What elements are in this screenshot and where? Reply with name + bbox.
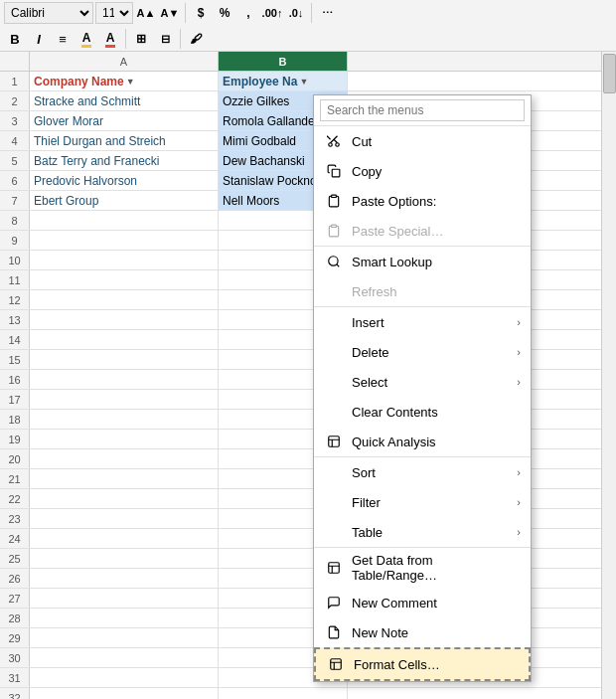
menu-item-format-cells[interactable]: Format Cells… xyxy=(314,647,531,681)
menu-arrow-select: › xyxy=(517,376,521,388)
cell-8-a[interactable] xyxy=(30,211,219,230)
menu-label-smart-lookup: Smart Lookup xyxy=(352,255,521,269)
menu-item-get-data[interactable]: Get Data from Table/Range… xyxy=(314,547,531,588)
decrease-font-btn[interactable]: A▼ xyxy=(159,2,181,24)
cell-25-a[interactable] xyxy=(30,549,219,568)
menu-item-new-note[interactable]: New Note xyxy=(314,617,531,647)
cell-9-a[interactable] xyxy=(30,231,219,250)
menu-item-delete[interactable]: Delete › xyxy=(314,337,531,367)
menu-icon-format-cells xyxy=(326,654,346,674)
cell-1-b[interactable]: Employee Na ▼ xyxy=(219,72,348,90)
menu-item-filter[interactable]: Filter › xyxy=(314,487,531,517)
cell-21-a[interactable] xyxy=(30,469,219,488)
menu-item-quick-analysis[interactable]: Quick Analysis xyxy=(314,427,531,456)
menu-arrow-insert: › xyxy=(517,316,521,328)
menu-item-select[interactable]: Select › xyxy=(314,367,531,397)
svg-line-10 xyxy=(337,264,340,267)
cell-23-a[interactable] xyxy=(30,509,219,528)
menu-label-delete: Delete xyxy=(352,345,517,360)
cell-32-b[interactable] xyxy=(219,688,348,699)
cell-15-a[interactable] xyxy=(30,350,219,369)
align-btn[interactable]: ≡ xyxy=(52,28,74,50)
menu-label-select: Select xyxy=(352,375,517,390)
menu-item-new-comment[interactable]: New Comment xyxy=(314,588,531,617)
cell-7-a[interactable]: Ebert Group xyxy=(30,191,219,210)
menu-icon-paste-special xyxy=(324,221,344,241)
cell-5-a[interactable]: Batz Terry and Franecki xyxy=(30,151,219,170)
cell-4-a[interactable]: Thiel Durgan and Streich xyxy=(30,131,219,150)
cell-20-a[interactable] xyxy=(30,449,219,468)
svg-rect-11 xyxy=(329,437,340,447)
cell-17-a[interactable] xyxy=(30,390,219,409)
percent-btn[interactable]: % xyxy=(214,2,235,24)
menu-icon-quick-analysis xyxy=(324,432,344,451)
filter-btn-a[interactable]: ▼ xyxy=(126,77,135,87)
menu-label-paste-options: Paste Options: xyxy=(352,194,521,209)
cell-10-a[interactable] xyxy=(30,251,219,269)
menu-item-copy[interactable]: Copy xyxy=(314,156,531,186)
cell-6-a[interactable]: Predovic Halvorson xyxy=(30,171,219,190)
comma-btn[interactable]: , xyxy=(237,2,259,24)
cell-19-a[interactable] xyxy=(30,430,219,448)
highlight-btn[interactable]: A xyxy=(76,28,97,50)
header-data-row: 1 Company Name ▼ Employee Na ▼ xyxy=(0,72,616,91)
cell-3-a[interactable]: Glover Morar xyxy=(30,111,219,130)
menu-arrow-table: › xyxy=(517,526,521,538)
menu-item-sort[interactable]: Sort › xyxy=(314,456,531,487)
cell-29-a[interactable] xyxy=(30,628,219,647)
svg-point-9 xyxy=(329,257,338,265)
cell-30-a[interactable] xyxy=(30,648,219,667)
menu-label-format-cells: Format Cells… xyxy=(354,657,519,672)
row-num-19: 19 xyxy=(0,430,30,448)
menu-label-clear-contents: Clear Contents xyxy=(352,405,521,420)
menu-item-paste-options[interactable]: Paste Options: xyxy=(314,186,531,216)
menu-item-insert[interactable]: Insert › xyxy=(314,306,531,337)
scrollbar-thumb[interactable] xyxy=(603,54,616,93)
cell-14-a[interactable] xyxy=(30,330,219,349)
row-num-17: 17 xyxy=(0,390,30,409)
merge-btn[interactable]: ⊟ xyxy=(154,28,176,50)
menu-item-table[interactable]: Table › xyxy=(314,517,531,547)
paint-format-btn[interactable]: 🖌 xyxy=(185,28,207,50)
cell-27-a[interactable] xyxy=(30,589,219,608)
filter-btn-b[interactable]: ▼ xyxy=(299,77,308,87)
cell-1-extra xyxy=(348,72,616,90)
bold-btn[interactable]: B xyxy=(4,28,26,50)
cell-1-a[interactable]: Company Name ▼ xyxy=(30,72,219,90)
cell-28-a[interactable] xyxy=(30,609,219,627)
font-name-select[interactable]: Calibri xyxy=(4,2,93,24)
more-btn[interactable]: ⋯ xyxy=(316,2,338,24)
italic-btn[interactable]: I xyxy=(28,28,50,50)
col-header-a[interactable]: A xyxy=(30,52,219,71)
cell-11-a[interactable] xyxy=(30,270,219,289)
menu-item-clear-contents[interactable]: Clear Contents xyxy=(314,397,531,427)
menu-items-container: Cut Copy Paste Options: Paste Special… S… xyxy=(314,126,531,681)
cell-18-a[interactable] xyxy=(30,410,219,429)
decrease-decimal-btn[interactable]: .0↓ xyxy=(285,2,307,24)
cell-2-a[interactable]: Stracke and Schmitt xyxy=(30,91,219,110)
cell-31-a[interactable] xyxy=(30,668,219,687)
cell-12-a[interactable] xyxy=(30,290,219,309)
scrollbar[interactable] xyxy=(601,52,616,699)
cell-22-a[interactable] xyxy=(30,489,219,508)
menu-item-cut[interactable]: Cut xyxy=(314,126,531,156)
cell-16-a[interactable] xyxy=(30,370,219,389)
menu-search-input[interactable] xyxy=(320,99,525,121)
cell-24-a[interactable] xyxy=(30,529,219,548)
corner-cell xyxy=(0,52,30,71)
col-header-b[interactable]: B xyxy=(219,52,348,71)
increase-decimal-btn[interactable]: .00↑ xyxy=(261,2,283,24)
font-size-select[interactable]: 11 xyxy=(95,2,133,24)
cell-13-a[interactable] xyxy=(30,310,219,329)
cell-32-a[interactable] xyxy=(30,688,219,699)
increase-font-btn[interactable]: A▲ xyxy=(135,2,157,24)
currency-btn[interactable]: $ xyxy=(190,2,212,24)
cell-26-a[interactable] xyxy=(30,569,219,588)
row-num-4: 4 xyxy=(0,131,30,150)
svg-line-5 xyxy=(334,136,338,140)
row-num-29: 29 xyxy=(0,628,30,647)
borders-btn[interactable]: ⊞ xyxy=(130,28,152,50)
row-num-8: 8 xyxy=(0,211,30,230)
font-color-btn[interactable]: A xyxy=(99,28,121,50)
menu-item-smart-lookup[interactable]: Smart Lookup xyxy=(314,246,531,276)
